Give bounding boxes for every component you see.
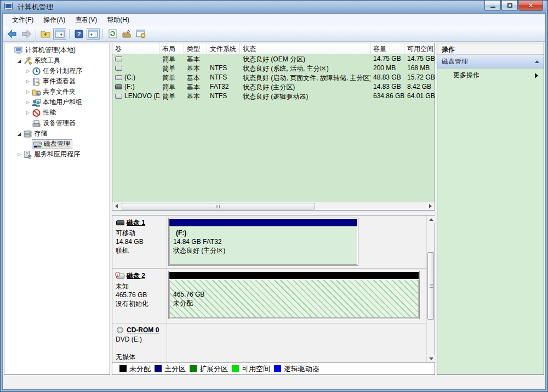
- menu-bar: 文件(F) 操作(A) 查看(V) 帮助(H): [3, 14, 545, 26]
- disk-2-label[interactable]: ↓磁盘 2 未知 465.76 GB 没有初始化: [112, 269, 167, 323]
- action-pane-icon[interactable]: [87, 28, 100, 40]
- performance-icon: [32, 109, 41, 117]
- column-volume[interactable]: 卷: [112, 43, 159, 54]
- tree-label: 性能: [43, 108, 56, 117]
- tree-label: 服务和应用程序: [34, 150, 80, 159]
- partition-f[interactable]: (F:) 14.84 GB FAT32 状态良好 (主分区): [168, 218, 358, 266]
- volume-row-f[interactable]: (F:) 简单 基本 FAT32 状态良好 (主分区) 14.83 GB 8.4…: [112, 82, 435, 92]
- unallocated-region[interactable]: 465.76 GB 未分配: [168, 271, 420, 319]
- maximize-button[interactable]: [501, 1, 518, 11]
- horizontal-scrollbar[interactable]: [112, 202, 435, 210]
- more-actions-item[interactable]: 更多操作: [437, 69, 544, 82]
- task-scheduler-icon: [32, 67, 41, 76]
- volume-icon: [115, 94, 122, 99]
- legend-unallocated-chip: [119, 365, 127, 372]
- refresh-icon[interactable]: [106, 28, 119, 40]
- console-tree-icon[interactable]: [53, 28, 66, 40]
- submenu-arrow-icon: [535, 73, 538, 78]
- tree-item-device-manager[interactable]: 设备管理器: [4, 118, 110, 128]
- cdrom-icon: [116, 327, 125, 334]
- menu-action[interactable]: 操作(A): [38, 14, 70, 26]
- horizontal-scrollbar-thumb[interactable]: [122, 203, 315, 209]
- main-panel: 卷 布局 类型 文件系统 状态 容量 可用空间 简单 基本: [112, 43, 435, 375]
- toolbar: ?: [3, 26, 545, 42]
- tree-label: 事件查看器: [43, 77, 76, 86]
- actions-pane: 操作 磁盘管理 更多操作: [437, 43, 544, 375]
- column-capacity[interactable]: 容量: [370, 43, 404, 54]
- volume-icon: [115, 75, 122, 80]
- up-level-icon[interactable]: [39, 28, 52, 40]
- app-icon: [5, 3, 14, 11]
- disk-name: 磁盘 1: [127, 218, 145, 228]
- menu-help[interactable]: 帮助(H): [102, 14, 134, 26]
- services-icon: [23, 150, 32, 159]
- selected-tree-item[interactable]: 磁盘管理: [32, 139, 72, 149]
- disk-management-icon: [33, 140, 42, 149]
- scroll-up-icon: [429, 218, 433, 221]
- expander[interactable]: ▷: [15, 152, 23, 157]
- tree-item-event-viewer[interactable]: ▷ 事件查看器: [4, 76, 110, 87]
- panel-splitter[interactable]: [112, 211, 435, 215]
- column-free-space[interactable]: 可用空间: [404, 43, 435, 54]
- tree-item-system-tools[interactable]: ◢ 系统工具: [4, 55, 110, 66]
- disk-status: 没有初始化: [116, 299, 164, 308]
- tree-item-local-users-groups[interactable]: ▷ 本地用户和组: [4, 97, 110, 107]
- expander[interactable]: ▷: [24, 110, 32, 115]
- properties-icon[interactable]: [120, 28, 133, 40]
- volume-list-body: 简单 基本 状态良好 (OEM 分区) 14.75 GB 14.75 GB 简单…: [112, 54, 435, 202]
- disk-type: 可移动: [116, 229, 164, 237]
- tree-item-computer-management[interactable]: 计算机管理(本地): [4, 45, 110, 55]
- volume-row-c[interactable]: (C:) 简单 基本 NTFS 状态良好 (启动, 页面文件, 故障转储, 主分…: [112, 73, 435, 82]
- tree-item-task-scheduler[interactable]: ▷ 任务计划程序: [4, 66, 110, 76]
- minimize-button[interactable]: [484, 1, 501, 11]
- disk-size: 465.76 GB: [116, 291, 164, 299]
- back-icon[interactable]: [5, 28, 19, 40]
- forward-icon[interactable]: [20, 28, 33, 40]
- column-type[interactable]: 类型: [184, 43, 207, 54]
- collapse-icon[interactable]: [535, 60, 539, 63]
- expander[interactable]: ▷: [24, 79, 32, 84]
- tree-label: 计算机管理(本地): [25, 46, 76, 55]
- primary-partition-bar: [169, 219, 357, 226]
- column-layout[interactable]: 布局: [159, 43, 184, 54]
- expander[interactable]: ◢: [15, 58, 23, 64]
- scroll-left-button[interactable]: [112, 202, 121, 210]
- menu-view[interactable]: 查看(V): [70, 14, 102, 26]
- shared-folders-icon: [32, 88, 41, 96]
- tree-item-disk-management[interactable]: 磁盘管理: [4, 139, 110, 149]
- column-status[interactable]: 状态: [240, 43, 370, 54]
- vertical-scrollbar[interactable]: [426, 215, 435, 362]
- toolbar-separator: [102, 29, 103, 39]
- expander[interactable]: ▷: [24, 100, 32, 105]
- vertical-scrollbar-thumb[interactable]: [427, 252, 434, 320]
- actions-title: 操作: [437, 43, 544, 55]
- cdrom-0-label[interactable]: CD-ROM 0 DVD (E:) 无媒体: [112, 323, 167, 362]
- expander[interactable]: ▷: [24, 69, 32, 73]
- expander[interactable]: ▷: [24, 89, 32, 94]
- title-bar[interactable]: 计算机管理 ✕: [2, 1, 546, 13]
- scroll-right-button[interactable]: [426, 202, 435, 210]
- tree-item-services-applications[interactable]: ▷ 服务和应用程序: [4, 149, 110, 160]
- close-button[interactable]: ✕: [518, 1, 543, 11]
- tree-item-storage[interactable]: ◢ 存储: [4, 128, 110, 139]
- menu-file[interactable]: 文件(F): [7, 14, 38, 26]
- scroll-down-button[interactable]: [427, 355, 435, 362]
- volume-row-system[interactable]: 简单 基本 NTFS 状态良好 (系统, 活动, 主分区) 200 MB 168…: [112, 64, 435, 73]
- tree-label: 系统工具: [34, 56, 60, 65]
- partition-size: 465.76 GB: [173, 290, 415, 299]
- volume-row-lenovo-d[interactable]: LENOVO (D:) 简单 基本 NTFS 状态良好 (逻辑驱动器) 634.…: [112, 92, 435, 101]
- tree-item-shared-folders[interactable]: ▷ 共享文件夹: [4, 87, 110, 97]
- help-icon[interactable]: ?: [72, 28, 85, 40]
- unknown-disk-icon: ↓: [116, 272, 125, 280]
- cdrom-0-graph: [167, 323, 426, 362]
- disk-1-label[interactable]: 磁盘 1 可移动 14.84 GB 联机: [112, 215, 167, 268]
- volume-row-oem[interactable]: 简单 基本 状态良好 (OEM 分区) 14.75 GB 14.75 GB: [112, 54, 435, 64]
- scroll-up-button[interactable]: [427, 215, 435, 223]
- column-filesystem[interactable]: 文件系统: [207, 43, 240, 54]
- tree-item-performance[interactable]: ▷ 性能: [4, 107, 110, 118]
- actions-section-disk-management[interactable]: 磁盘管理: [437, 55, 544, 69]
- disk-type: DVD (E:): [116, 335, 164, 344]
- console-window-icon[interactable]: [134, 28, 147, 40]
- computer-icon: [14, 46, 24, 55]
- expander[interactable]: ◢: [15, 131, 23, 137]
